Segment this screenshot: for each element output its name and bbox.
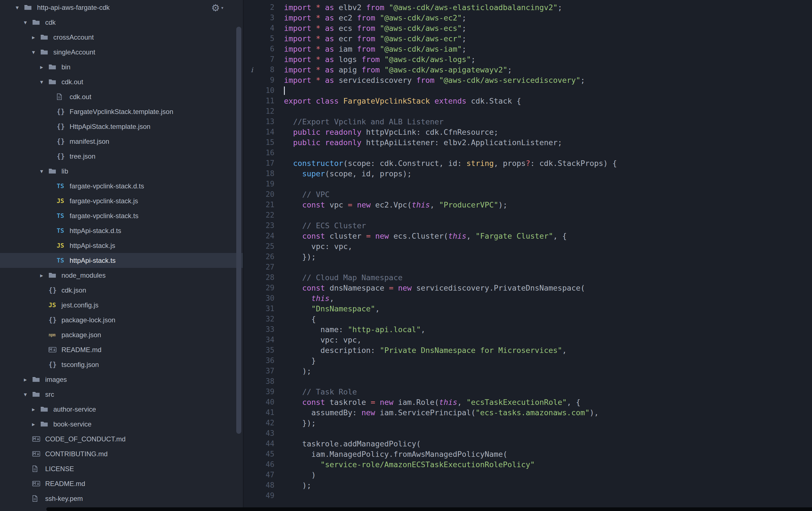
chevron-down-icon[interactable]: ▾ xyxy=(24,19,32,26)
tree-item-contributing-md[interactable]: CONTRIBUTING.md xyxy=(0,447,243,461)
code-line-35[interactable]: 35 description: "Private DnsNamespace fo… xyxy=(244,345,812,355)
tree-item-book-service[interactable]: ▸book-service xyxy=(0,416,243,432)
horizontal-scrollbar[interactable] xyxy=(46,507,812,511)
tree-item-package-lock-json[interactable]: {}package-lock.json xyxy=(0,313,243,327)
code-line-43[interactable]: 43 xyxy=(244,428,812,438)
chevron-right-icon[interactable]: ▸ xyxy=(32,34,40,41)
tree-item-readme-md[interactable]: README.md xyxy=(0,476,243,491)
chevron-down-icon[interactable]: ▾ xyxy=(32,49,40,56)
code-line-19[interactable]: 19 xyxy=(244,179,812,189)
code-line-3[interactable]: 3import * as ec2 from "@aws-cdk/aws-ec2"… xyxy=(244,12,812,23)
code-line-16[interactable]: 16 xyxy=(244,148,812,158)
code-line-15[interactable]: 15 public readonly httpApiListener: elbv… xyxy=(244,137,812,148)
code-line-14[interactable]: 14 public readonly httpVpcLink: cdk.CfnR… xyxy=(244,127,812,137)
code-line-44[interactable]: 44 taskrole.addManagedPolicy( xyxy=(244,438,812,449)
code-line-26[interactable]: 26 }); xyxy=(244,251,812,262)
code-line-8[interactable]: 8iimport * as apig from "@aws-cdk/aws-ap… xyxy=(244,64,812,75)
tree-item-src[interactable]: ▾src xyxy=(0,387,243,402)
code-line-46[interactable]: 46 "service-role/AmazonECSTaskExecutionR… xyxy=(244,459,812,470)
tree-item-cdk-out[interactable]: cdk.out xyxy=(0,89,243,104)
chevron-right-icon[interactable]: ▸ xyxy=(24,376,32,383)
chevron-right-icon[interactable]: ▸ xyxy=(40,64,49,71)
chevron-down-icon[interactable]: ▾ xyxy=(16,4,24,11)
settings-gear-icon[interactable]: ⚙▾ xyxy=(211,2,223,14)
code-line-29[interactable]: 29 const dnsNamespace = new servicedisco… xyxy=(244,283,812,293)
code-line-7[interactable]: 7import * as logs from "@aws-cdk/aws-log… xyxy=(244,54,812,64)
code-line-23[interactable]: 23 // ECS Cluster xyxy=(244,220,812,231)
tree-item-package-json[interactable]: npmpackage.json xyxy=(0,327,243,342)
code-line-9[interactable]: 9import * as servicediscovery from "@aws… xyxy=(244,75,812,85)
code-line-20[interactable]: 20 // VPC xyxy=(244,189,812,199)
tree-item-crossaccount[interactable]: ▸crossAccount xyxy=(0,30,243,45)
tree-item-httpapi-stack-ts[interactable]: TShttpApi-stack.ts xyxy=(0,253,243,268)
tree-item-fargate-vpclink-stack-d-ts[interactable]: TSfargate-vpclink-stack.d.ts xyxy=(0,179,243,193)
chevron-down-icon[interactable]: ▾ xyxy=(40,168,49,174)
tree-item-readme-md[interactable]: README.md xyxy=(0,342,243,357)
code-line-36[interactable]: 36 } xyxy=(244,355,812,366)
code-line-30[interactable]: 30 this, xyxy=(244,293,812,303)
tree-item-tree-json[interactable]: {}tree.json xyxy=(0,149,243,164)
code-line-37[interactable]: 37 ); xyxy=(244,366,812,376)
code-line-6[interactable]: 6import * as iam from "@aws-cdk/aws-iam"… xyxy=(244,44,812,54)
code-line-5[interactable]: 5import * as ecr from "@aws-cdk/aws-ecr"… xyxy=(244,33,812,44)
code-line-39[interactable]: 39 // Task Role xyxy=(244,386,812,397)
tree-item-singleaccount[interactable]: ▾singleAccount xyxy=(0,45,243,59)
tree-item-cdk-out[interactable]: ▾cdk.out xyxy=(0,74,243,89)
tree-item-bin[interactable]: ▸bin xyxy=(0,59,243,74)
tree-item-images[interactable]: ▸images xyxy=(0,372,243,387)
tree-item-fargate-vpclink-stack-ts[interactable]: TSfargate-vpclink-stack.ts xyxy=(0,208,243,223)
tree-item-jest-config-js[interactable]: JSjest.config.js xyxy=(0,298,243,313)
sidebar-vertical-scrollbar[interactable] xyxy=(236,27,241,434)
code-text: // ECS Cluster xyxy=(274,220,366,231)
chevron-right-icon[interactable]: ▸ xyxy=(40,272,49,279)
code-line-28[interactable]: 28 // Cloud Map Namespace xyxy=(244,272,812,283)
tree-item-httpapistack-template-json[interactable]: {}HttpApiStack.template.json xyxy=(0,119,243,134)
tree-item-fargatevpclinkstack-template-json[interactable]: {}FargateVpclinkStack.template.json xyxy=(0,104,243,119)
code-line-22[interactable]: 22 xyxy=(244,210,812,220)
code-line-31[interactable]: 31 "DnsNamespace", xyxy=(244,303,812,314)
chevron-right-icon[interactable]: ▸ xyxy=(32,406,40,413)
code-line-4[interactable]: 4import * as ecs from "@aws-cdk/aws-ecs"… xyxy=(244,23,812,33)
code-line-48[interactable]: 48 ); xyxy=(244,480,812,490)
code-line-41[interactable]: 41 assumedBy: new iam.ServicePrincipal("… xyxy=(244,407,812,418)
code-line-38[interactable]: 38 xyxy=(244,376,812,386)
tree-item-tsconfig-json[interactable]: {}tsconfig.json xyxy=(0,357,243,372)
tree-item-lib[interactable]: ▾lib xyxy=(0,164,243,179)
tree-item-httpapi-stack-js[interactable]: JShttpApi-stack.js xyxy=(0,238,243,253)
code-line-47[interactable]: 47 ) xyxy=(244,470,812,480)
code-line-10[interactable]: 10 xyxy=(244,85,812,96)
tree-item-cdk-json[interactable]: {}cdk.json xyxy=(0,283,243,298)
code-line-12[interactable]: 12 xyxy=(244,106,812,116)
code-line-27[interactable]: 27 xyxy=(244,262,812,272)
tree-item-httpapi-stack-d-ts[interactable]: TShttpApi-stack.d.ts xyxy=(0,223,243,238)
code-line-21[interactable]: 21 const vpc = new ec2.Vpc(this, "Produc… xyxy=(244,199,812,210)
code-line-11[interactable]: 11export class FargateVpclinkStack exten… xyxy=(244,96,812,106)
code-line-33[interactable]: 33 name: "http-api.local", xyxy=(244,324,812,335)
code-line-45[interactable]: 45 iam.ManagedPolicy.fromAwsManagedPolic… xyxy=(244,449,812,459)
code-line-2[interactable]: 2import * as elbv2 from "@aws-cdk/aws-el… xyxy=(244,2,812,12)
code-line-42[interactable]: 42 }); xyxy=(244,418,812,428)
chevron-right-icon[interactable]: ▸ xyxy=(32,421,40,428)
chevron-down-icon[interactable]: ▾ xyxy=(24,391,32,398)
tree-item-ssh-key-pem[interactable]: ssh-key.pem xyxy=(0,491,243,506)
code-line-40[interactable]: 40 const taskrole = new iam.Role(this, "… xyxy=(244,397,812,407)
tree-item-http-api-aws-fargate-cdk[interactable]: ▾http-api-aws-fargate-cdk xyxy=(0,0,243,15)
code-line-34[interactable]: 34 vpc: vpc, xyxy=(244,335,812,345)
tree-item-license[interactable]: LICENSE xyxy=(0,461,243,476)
tree-item-manifest-json[interactable]: {}manifest.json xyxy=(0,134,243,149)
chevron-down-icon[interactable]: ▾ xyxy=(40,79,49,85)
tree-item-node-modules[interactable]: ▸node_modules xyxy=(0,268,243,283)
tree-item-code-of-conduct-md[interactable]: CODE_OF_CONDUCT.md xyxy=(0,432,243,447)
code-editor-pane[interactable]: 2import * as elbv2 from "@aws-cdk/aws-el… xyxy=(244,0,812,511)
code-line-25[interactable]: 25 vpc: vpc, xyxy=(244,241,812,251)
code-line-13[interactable]: 13 //Export Vpclink and ALB Listener xyxy=(244,116,812,127)
tree-item-author-service[interactable]: ▸author-service xyxy=(0,402,243,416)
code-line-24[interactable]: 24 const cluster = new ecs.Cluster(this,… xyxy=(244,231,812,241)
tree-item-cdk[interactable]: ▾cdk xyxy=(0,15,243,30)
code-line-18[interactable]: 18 super(scope, id, props); xyxy=(244,168,812,179)
tree-item-fargate-vpclink-stack-js[interactable]: JSfargate-vpclink-stack.js xyxy=(0,193,243,208)
code-line-32[interactable]: 32 { xyxy=(244,314,812,324)
code-line-17[interactable]: 17 constructor(scope: cdk.Construct, id:… xyxy=(244,158,812,168)
code-line-49[interactable]: 49 xyxy=(244,490,812,501)
folder-name: cdk xyxy=(45,19,56,26)
